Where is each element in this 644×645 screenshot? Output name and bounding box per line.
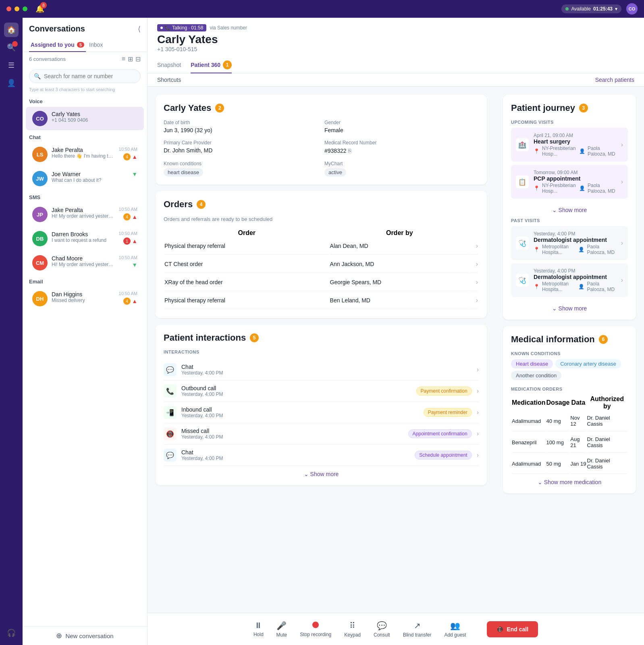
stop-recording-button[interactable]: Stop recording: [300, 621, 331, 637]
visit-meta: 📍 NY-Presbiterian Hosp... 👤 Paola Palooz…: [534, 146, 616, 157]
chevron-icon: ›: [621, 178, 623, 185]
interaction-inbound[interactable]: 📲 Inbound call Yesterday, 4:00 PM Paymen…: [164, 402, 479, 423]
visit-dermatologist-2[interactable]: 🩺 Yesterday, 4:00 PM Dermatologist appoi…: [511, 263, 628, 297]
conv-item-chad[interactable]: CM Chad Moore Hi! My order arrived yeste…: [26, 251, 144, 275]
show-more-upcoming[interactable]: ⌄ Show more: [511, 202, 628, 213]
bell-icon[interactable]: 🔔 8: [35, 4, 44, 13]
order-row-1[interactable]: Physical therapy referral Alan Dean, MD …: [164, 237, 478, 255]
visit-pcp[interactable]: 📋 Tomorrow, 09:00 AM PCP appointment 📍 N…: [511, 165, 628, 199]
conv-right: 10:50 AM 4 ▲: [119, 207, 137, 221]
nav-search[interactable]: 🔍: [4, 40, 19, 55]
search-input[interactable]: [29, 69, 141, 83]
conv-item-jake-sms[interactable]: JP Jake Peralta Hi! My order arrived yes…: [26, 203, 144, 226]
conv-info-carly: Carly Yates +1 041 509 0406: [52, 111, 137, 123]
interaction-missed[interactable]: 📵 Missed call Yesterday, 4:00 PM Appoint…: [164, 423, 479, 445]
show-more-medication[interactable]: ⌄ Show more medication: [511, 475, 628, 485]
interaction-chat-2[interactable]: 💬 Chat Yesterday, 4:00 PM Schedule appoi…: [164, 445, 479, 466]
med-auth: Dr. Daniel Cassis: [587, 432, 627, 453]
minimize-button[interactable]: [15, 6, 19, 11]
interaction-chat-1[interactable]: 💬 Chat Yesterday, 4:00 PM ›: [164, 359, 479, 381]
conv-right: 10:50 AM 1 ▲: [119, 231, 137, 245]
conv-item-darren[interactable]: DB Darren Brooks I want to request a ref…: [26, 227, 144, 250]
tab-inbox[interactable]: Inbox: [87, 38, 104, 52]
blind-transfer-button[interactable]: ↗ Blind transfer: [403, 621, 432, 638]
add-guest-button[interactable]: 👥 Add guest: [444, 621, 466, 638]
chat-icon: 💬: [164, 449, 177, 462]
keypad-button[interactable]: ⠿ Keypad: [344, 621, 361, 638]
available-status[interactable]: Available 01:25:43 ▾: [561, 4, 621, 13]
tab-assigned[interactable]: Assigned to you 5: [29, 38, 86, 52]
med-col-medication: Medication: [512, 395, 546, 410]
chevron-down-icon: ⌄: [552, 207, 557, 213]
order-row-3[interactable]: XRay of the head order Georgie Spears, M…: [164, 274, 478, 291]
conv-item-carly[interactable]: CO Carly Yates +1 041 509 0406: [26, 107, 144, 130]
nav-profile[interactable]: 👤: [4, 76, 19, 90]
patient-phone-header: +1 305-010-515: [157, 46, 634, 52]
talking-badge: 📞 Talking · 01:58: [157, 24, 206, 31]
mute-button[interactable]: 🎤 Mute: [276, 621, 287, 638]
mute-label: Mute: [276, 632, 287, 638]
visit-meta: 📍 Metropolitan Hospita... 👤 Paola Palooz…: [534, 244, 616, 255]
order-row-4[interactable]: Physical therapy referral Ben Leland, MD…: [164, 292, 478, 309]
visit-name: PCP appointment: [534, 175, 616, 182]
conv-name: Carly Yates: [52, 111, 137, 117]
nav-list[interactable]: ☰: [4, 58, 19, 73]
conv-info-joe: Joe Warner What can I do about it?: [52, 171, 128, 183]
medical-title: Medical information: [511, 334, 595, 345]
list-view-icon[interactable]: ≡: [122, 55, 125, 63]
patient-card-title: Carly Yates: [164, 103, 211, 113]
med-name: Adalimumad: [512, 454, 546, 474]
section-sms: SMS: [23, 191, 147, 202]
chevron-icon: ›: [621, 277, 623, 284]
visit-doctor: Paola Palooza, MD: [588, 146, 616, 157]
conv-item-dan[interactable]: DH Dan Higgins Missed delivery 10:50 AM …: [26, 287, 144, 310]
consult-button[interactable]: 💬 Consult: [374, 621, 390, 638]
tab-patient360[interactable]: Patient 360 1: [191, 57, 232, 73]
orders-thead: Order Order by: [164, 229, 478, 237]
conv-time: 10:50 AM: [119, 147, 137, 152]
search-patients-link[interactable]: Search patients: [595, 77, 634, 83]
window-controls: 🔔 8: [6, 4, 44, 13]
conv-item-jake-chat[interactable]: LS Jake Peralta Hello there 👋 I'm having…: [26, 143, 144, 166]
order-row-2[interactable]: CT Chest order Ann Jackson, MD ›: [164, 256, 478, 273]
show-more-interactions[interactable]: ⌄ Show more: [164, 466, 479, 477]
new-conversation-button[interactable]: ⊕ New conversation: [23, 626, 147, 645]
conv-right: 10:50 AM 4 ▲: [119, 147, 137, 160]
visit-dermatologist-1[interactable]: 🩺 Yesterday, 4:00 PM Dermatologist appoi…: [511, 226, 628, 260]
orders-card-header: Orders 4: [164, 199, 479, 210]
grid-view-icon[interactable]: ⊞: [128, 55, 133, 63]
interactions-title: Patient interactions: [164, 333, 246, 343]
add-guest-label: Add guest: [444, 632, 466, 638]
conv-item-joe[interactable]: JW Joe Warner What can I do about it? ▼: [26, 167, 144, 190]
bottom-toolbar: ⏸ Hold 🎤 Mute Stop recording ⠿ Keypad 💬 …: [147, 613, 644, 645]
nav-home[interactable]: 🏠: [4, 23, 19, 37]
badges: 4 ▲: [123, 213, 137, 221]
show-more-past[interactable]: ⌄ Show more: [511, 300, 628, 312]
copy-icon[interactable]: ⎘: [348, 148, 351, 154]
plus-icon: ⊕: [56, 631, 62, 640]
dropdown-icon[interactable]: ▾: [615, 6, 617, 12]
conv-right: 10:50 AM ▼: [119, 255, 137, 268]
medication-orders-label: MEDICATION ORDERS: [511, 387, 628, 391]
hold-button[interactable]: ⏸ Hold: [253, 621, 264, 637]
show-more-med-label: Show more medication: [544, 479, 601, 485]
visit-meta: 📍 Metropolitan Hospita... 👤 Paola Palooz…: [534, 281, 616, 292]
user-avatar[interactable]: CO: [626, 3, 638, 15]
collapse-icon[interactable]: ⟨: [138, 25, 141, 33]
maximize-button[interactable]: [23, 6, 27, 11]
visit-info: April 21, 09:00 AM Heart surgery 📍 NY-Pr…: [534, 133, 616, 157]
close-button[interactable]: [6, 6, 11, 11]
tab-snapshot[interactable]: Snapshot: [157, 57, 181, 73]
visit-heart-surgery[interactable]: 🏥 April 21, 09:00 AM Heart surgery 📍 NY-…: [511, 128, 628, 162]
med-dosage: 100 mg: [546, 432, 570, 453]
missed-icon: 📵: [164, 427, 177, 440]
end-call-button[interactable]: 📵 End call: [487, 621, 538, 637]
nav-headset[interactable]: 🎧: [4, 626, 19, 640]
patient-info-card: Carly Yates 2 Date of birth Jun 3, 1990 …: [156, 95, 487, 185]
top-bar: 🔔 8 Available 01:25:43 ▾ CO: [0, 0, 644, 18]
orders-title: Orders: [164, 199, 193, 210]
filter-icon[interactable]: ⊟: [135, 55, 141, 63]
step-6-circle: 6: [599, 335, 608, 344]
visit-date: April 21, 09:00 AM: [534, 133, 616, 138]
interaction-outbound[interactable]: 📞 Outbound call Yesterday, 4:00 PM Payme…: [164, 381, 479, 402]
